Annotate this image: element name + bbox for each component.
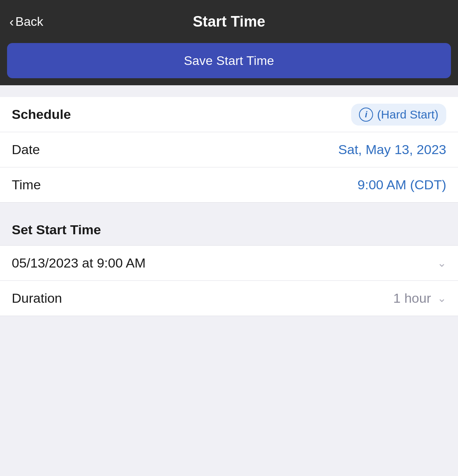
hard-start-label: (Hard Start): [377, 108, 438, 121]
duration-row[interactable]: Duration 1 hour ⌄: [0, 281, 458, 316]
datetime-value: 05/13/2023 at 9:00 AM: [12, 255, 146, 271]
hard-start-badge[interactable]: i (Hard Start): [351, 104, 446, 126]
time-row[interactable]: Time 9:00 AM (CDT): [0, 167, 458, 203]
duration-value: 1 hour: [393, 291, 431, 306]
save-button-container: Save Start Time: [0, 43, 458, 85]
section-gap-top: [0, 85, 458, 97]
page-title: Start Time: [193, 13, 265, 30]
time-value: 9:00 AM (CDT): [357, 177, 446, 192]
duration-chevron-icon[interactable]: ⌄: [437, 292, 446, 305]
save-start-time-button[interactable]: Save Start Time: [7, 43, 451, 78]
set-start-time-header: Set Start Time: [0, 214, 458, 246]
back-button[interactable]: ‹ Back: [9, 14, 43, 29]
content: Schedule i (Hard Start) Date Sat, May 13…: [0, 85, 458, 347]
back-chevron-icon: ‹: [9, 15, 14, 28]
time-label: Time: [12, 177, 41, 192]
date-label: Date: [12, 142, 40, 157]
bottom-gap: [0, 316, 458, 347]
date-row[interactable]: Date Sat, May 13, 2023: [0, 132, 458, 167]
schedule-label: Schedule: [12, 107, 71, 122]
back-label: Back: [15, 14, 43, 29]
schedule-row[interactable]: Schedule i (Hard Start): [0, 97, 458, 132]
info-icon: i: [359, 108, 373, 122]
datetime-chevron-icon: ⌄: [437, 257, 446, 269]
date-value: Sat, May 13, 2023: [338, 142, 446, 157]
datetime-row[interactable]: 05/13/2023 at 9:00 AM ⌄: [0, 246, 458, 281]
section-gap-mid: [0, 203, 458, 214]
duration-value-wrap: 1 hour ⌄: [393, 291, 446, 306]
header: ‹ Back Start Time: [0, 0, 458, 43]
duration-label: Duration: [12, 291, 62, 306]
set-start-time-label: Set Start Time: [12, 222, 101, 237]
